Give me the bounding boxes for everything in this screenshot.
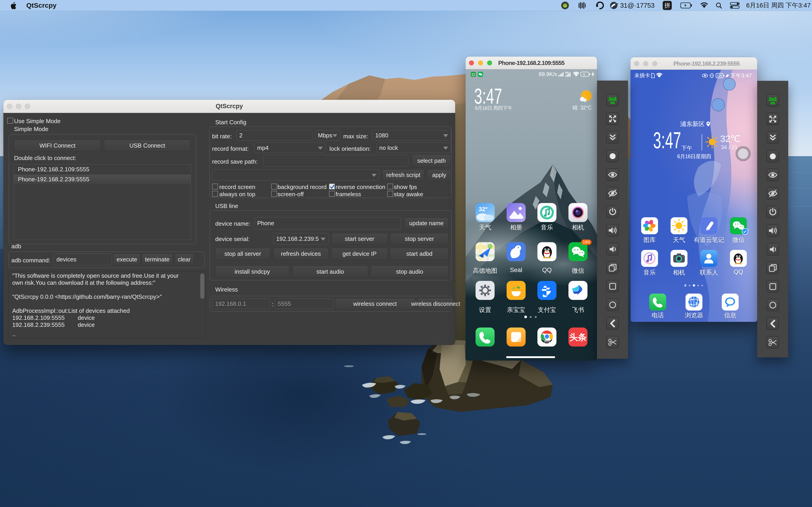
svg-text:HD: HD — [565, 71, 569, 74]
svg-text:头条: 头条 — [569, 333, 587, 342]
svg-text:Beta: Beta — [544, 340, 550, 343]
svg-text:32°: 32° — [479, 206, 488, 213]
svg-text:5: 5 — [583, 73, 585, 76]
svg-text:!: ! — [652, 74, 653, 78]
svg-text:100: 100 — [717, 74, 722, 77]
